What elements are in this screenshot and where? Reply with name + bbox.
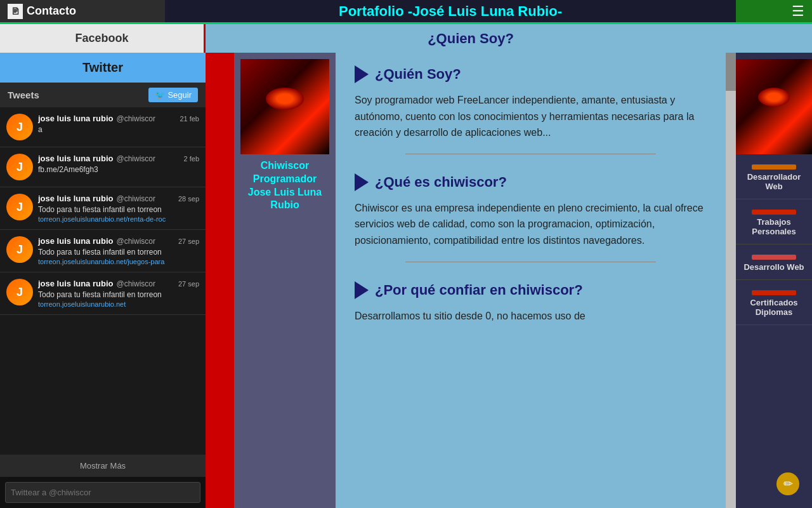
menu-bar — [752, 164, 796, 170]
right-profile-image — [736, 59, 812, 154]
play-icon — [355, 281, 369, 299]
list-item: J jose luis luna rubio @chiwiscor 27 sep… — [0, 272, 206, 315]
red-divider — [206, 53, 234, 508]
section-title: ¿Por qué confiar en chiwiscor? — [355, 281, 707, 299]
profile-bg — [240, 59, 329, 154]
list-item: J jose luis luna rubio @chiwiscor 28 sep… — [0, 187, 206, 230]
hamburger-icon[interactable]: ☰ — [792, 3, 804, 20]
tweet-handle: @chiwiscor — [116, 114, 155, 123]
avatar: J — [6, 194, 33, 220]
header-logo: 🖹 Contacto — [0, 0, 165, 22]
right-menu-item[interactable]: TrabajosPersonales — [736, 199, 812, 244]
tweet-header: jose luis luna rubio @chiwiscor 27 sep — [38, 236, 199, 246]
list-item: J jose luis luna rubio @chiwiscor 27 sep… — [0, 230, 206, 272]
section-title: ¿Qué es chiwiscor? — [355, 173, 707, 191]
header-logo-text: Contacto — [27, 4, 76, 18]
content-section: ¿Quién Soy? Soy programador web FreeLanc… — [355, 65, 707, 154]
section-divider — [405, 262, 656, 262]
right-menu-item[interactable]: Desarrollo Web — [736, 244, 812, 280]
tweet-name: jose luis luna rubio — [38, 279, 113, 288]
tweet-link[interactable]: torreon.joseluislunarubio.net — [38, 300, 199, 308]
pencil-icon[interactable]: ✏ — [776, 472, 799, 495]
tweet-content: jose luis luna rubio @chiwiscor 21 feb a — [38, 114, 199, 140]
section-text: Chiwiscor es una empresa independiente e… — [355, 200, 707, 249]
menu-bar — [752, 290, 796, 295]
tweet-handle: @chiwiscor — [116, 237, 155, 246]
section-title: ¿Quién Soy? — [355, 65, 707, 83]
list-item: J jose luis luna rubio @chiwiscor 2 feb … — [0, 147, 206, 187]
tweets-list[interactable]: J jose luis luna rubio @chiwiscor 21 feb… — [0, 107, 206, 455]
right-sidebar-menu: DesarrolladorWeb TrabajosPersonales Desa… — [736, 154, 812, 508]
header: 🖹 Contacto Portafolio -José Luis Luna Ru… — [0, 0, 812, 24]
tweet-input[interactable] — [5, 482, 200, 503]
section-text: Soy programador web FreeLancer independi… — [355, 92, 707, 141]
right-profile-eye — [758, 88, 790, 107]
profile-panel: ChiwiscorProgramadorJose Luis LunaRubio — [234, 53, 336, 508]
section-title-text: ¿Quién Soy? — [375, 66, 461, 83]
tweet-handle: @chiwiscor — [116, 154, 155, 163]
right-menu-item[interactable]: CertificadosDiplomas — [736, 280, 812, 325]
tweet-text: Todo para tu fiesta infantil en torreon — [38, 248, 199, 257]
tweet-handle: @chiwiscor — [116, 279, 155, 288]
sidebar: Twitter Tweets 🐦 Seguir J jose luis luna… — [0, 53, 206, 508]
tweet-link[interactable]: torreon.joseluislunarubio.net/renta-de-r… — [38, 215, 199, 223]
content-section: ¿Por qué confiar en chiwiscor? Desarroll… — [355, 281, 707, 324]
tweet-name: jose luis luna rubio — [38, 236, 113, 246]
play-icon — [355, 65, 369, 83]
mostrar-mas-button[interactable]: Mostrar Más — [0, 455, 206, 477]
sub-header: Facebook ¿Quien Soy? — [0, 24, 812, 53]
tweet-content: jose luis luna rubio @chiwiscor 27 sep T… — [38, 236, 199, 265]
tweet-name: jose luis luna rubio — [38, 154, 113, 163]
tweet-name: jose luis luna rubio — [38, 114, 113, 123]
content-section: ¿Qué es chiwiscor? Chiwiscor es una empr… — [355, 173, 707, 262]
tweet-handle: @chiwiscor — [116, 194, 155, 203]
sub-header-right — [736, 24, 812, 53]
scrollbar-track[interactable] — [726, 53, 736, 508]
tweet-content: jose luis luna rubio @chiwiscor 2 feb fb… — [38, 154, 199, 180]
twitter-header: Twitter — [0, 53, 206, 83]
tweet-text: Todo para tu fiesta infantil en torreon — [38, 205, 199, 214]
center-content: ¿Quién Soy? Soy programador web FreeLanc… — [336, 53, 726, 508]
center-panel: ¿Quién Soy? Soy programador web FreeLanc… — [336, 53, 736, 508]
menu-bar — [752, 255, 796, 260]
profile-eye — [266, 88, 304, 110]
tweet-header: jose luis luna rubio @chiwiscor 2 feb — [38, 154, 199, 163]
tweet-date: 21 feb — [180, 115, 199, 123]
contacto-icon: 🖹 — [8, 4, 23, 19]
right-menu-label: CertificadosDiplomas — [750, 298, 797, 317]
tweets-label: Tweets — [8, 90, 39, 100]
right-menu-item[interactable]: DesarrolladorWeb — [736, 154, 812, 199]
tweet-text: Todo para tu fiesta infantil en torreon — [38, 290, 199, 299]
tweet-date: 2 feb — [184, 155, 199, 163]
list-item: J jose luis luna rubio @chiwiscor 21 feb… — [0, 107, 206, 147]
seguir-button[interactable]: 🐦 Seguir — [148, 88, 198, 102]
profile-name: ChiwiscorProgramadorJose Luis LunaRubio — [245, 154, 325, 215]
avatar: J — [6, 236, 33, 263]
avatar: J — [6, 279, 33, 305]
tweets-bar: Tweets 🐦 Seguir — [0, 83, 206, 107]
avatar: J — [6, 114, 33, 140]
facebook-tab[interactable]: Facebook — [0, 24, 206, 53]
tweet-content: jose luis luna rubio @chiwiscor 27 sep T… — [38, 279, 199, 308]
section-title-text: ¿Por qué confiar en chiwiscor? — [375, 282, 583, 298]
tweet-header: jose luis luna rubio @chiwiscor 28 sep — [38, 194, 199, 203]
header-menu[interactable]: ☰ — [736, 0, 812, 22]
main: Twitter Tweets 🐦 Seguir J jose luis luna… — [0, 53, 812, 508]
tweet-link[interactable]: torreon.joseluislunarubio.net/juegos-par… — [38, 258, 199, 265]
tweet-input-area — [0, 477, 206, 508]
right-sidebar: DesarrolladorWeb TrabajosPersonales Desa… — [736, 53, 812, 508]
page-title: ¿Quien Soy? — [206, 24, 736, 53]
tweet-text: a — [38, 125, 199, 134]
profile-image — [240, 59, 329, 154]
right-menu-label: TrabajosPersonales — [752, 217, 796, 236]
tweet-header: jose luis luna rubio @chiwiscor 21 feb — [38, 114, 199, 123]
bird-icon: 🐦 — [155, 90, 165, 100]
menu-bar — [752, 210, 796, 215]
tweet-date: 28 sep — [178, 195, 199, 203]
scrollbar-thumb[interactable] — [726, 53, 736, 91]
section-divider — [405, 154, 656, 154]
tweet-date: 27 sep — [178, 280, 199, 288]
tweet-content: jose luis luna rubio @chiwiscor 28 sep T… — [38, 194, 199, 223]
tweet-date: 27 sep — [178, 237, 199, 245]
play-icon — [355, 173, 369, 191]
